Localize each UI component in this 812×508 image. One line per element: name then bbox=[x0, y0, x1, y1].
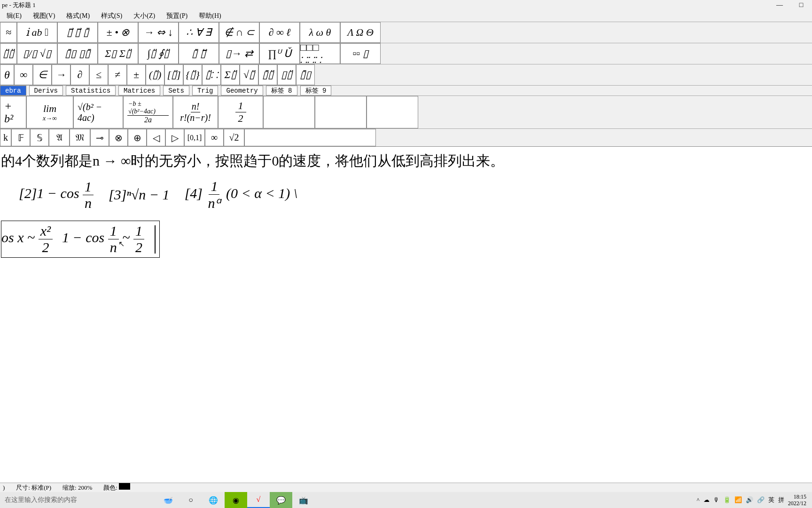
tab-algebra[interactable]: ebra bbox=[0, 86, 26, 95]
text-cursor bbox=[155, 225, 156, 254]
maximize-button[interactable]: □ bbox=[790, 0, 812, 10]
tab-sets[interactable]: Sets bbox=[163, 86, 189, 95]
tray-volume-icon[interactable]: 🔊 bbox=[746, 496, 753, 504]
menu-edit[interactable]: 辑(E) bbox=[1, 11, 27, 21]
btn-embellishments[interactable]: i̇ ab ∴ bbox=[17, 22, 57, 43]
btn-sqrt-template[interactable]: √▯̈ bbox=[240, 64, 258, 85]
status-size[interactable]: 尺寸: 标准(P) bbox=[16, 484, 51, 492]
tab-derivs[interactable]: Derivs bbox=[29, 86, 63, 95]
template-one-half[interactable]: 1 2 bbox=[218, 96, 263, 128]
tab-trig[interactable]: Trig bbox=[192, 86, 219, 95]
sym-fraktur-M[interactable]: 𝔐 bbox=[70, 129, 90, 146]
sym-F[interactable]: 𝔽 bbox=[11, 129, 30, 146]
btn-operators[interactable]: ± • ⊗ bbox=[98, 22, 138, 43]
taskbar-app-1[interactable]: 🥣 bbox=[157, 492, 180, 508]
sym-empty[interactable] bbox=[244, 129, 376, 146]
template-sqrt-discriminant[interactable]: √(b² − 4ac) bbox=[73, 96, 123, 128]
tab-statistics[interactable]: Statistics bbox=[66, 86, 116, 95]
btn-fractions-radicals[interactable]: ▯/▯ √▯ bbox=[17, 43, 57, 64]
btn-template-3[interactable]: ▯▯̈ bbox=[277, 64, 296, 85]
btn-sum-template[interactable]: Σ▯̈ bbox=[221, 64, 240, 85]
menu-style[interactable]: 样式(S) bbox=[95, 11, 128, 21]
sym-triangle-left[interactable]: ◁ bbox=[147, 129, 165, 146]
btn-matrices[interactable]: □□□ ⸬⸬⸬ bbox=[300, 43, 340, 64]
menu-view[interactable]: 视图(V) bbox=[27, 11, 61, 21]
btn-misc-symbols[interactable]: ∂ ∞ ℓ bbox=[259, 22, 300, 43]
tray-clock[interactable]: 18:15 2022/12 bbox=[788, 493, 806, 507]
btn-summation[interactable]: Σ▯ Σ▯̈ bbox=[98, 43, 138, 64]
tray-battery-icon[interactable]: 🔋 bbox=[723, 496, 731, 504]
btn-labeled-arrows[interactable]: ▯→ ⇄ bbox=[219, 43, 259, 64]
minimize-button[interactable]: — bbox=[769, 0, 790, 10]
btn-element-of[interactable]: ∈ bbox=[33, 64, 52, 85]
btn-greek-lower[interactable]: λ ω θ bbox=[300, 22, 340, 43]
taskbar-nvidia-icon[interactable]: ◉ bbox=[225, 492, 247, 508]
tab-geometry[interactable]: Geometry bbox=[221, 86, 263, 95]
taskbar-wechat-icon[interactable]: 💬 bbox=[270, 492, 292, 508]
menu-preset[interactable]: 预置(P) bbox=[161, 11, 193, 21]
btn-products[interactable]: ∏ᵁ Ǔ bbox=[259, 43, 300, 64]
btn-fences[interactable]: ▯̈▯̈ bbox=[0, 43, 17, 64]
taskbar-cortana-icon[interactable]: ○ bbox=[180, 492, 202, 508]
template-empty-2[interactable] bbox=[315, 96, 367, 128]
template-empty-1[interactable] bbox=[263, 96, 315, 128]
sym-infinity[interactable]: ∞ bbox=[205, 129, 224, 146]
tray-ime[interactable]: 英 bbox=[768, 496, 774, 504]
template-limit[interactable]: lim x→∞ bbox=[26, 96, 73, 128]
tray-link-icon[interactable]: 🔗 bbox=[757, 496, 765, 504]
tray-cloud-icon[interactable]: ☁ bbox=[703, 496, 710, 504]
btn-brackets[interactable]: [▯̈] bbox=[164, 64, 183, 85]
btn-greek-upper[interactable]: Λ Ω Θ bbox=[340, 22, 381, 43]
sym-fraktur-A[interactable]: 𝔄 bbox=[49, 129, 70, 146]
taskbar-search[interactable]: 在这里输入你搜索的内容 bbox=[2, 496, 77, 504]
btn-leq[interactable]: ≤ bbox=[89, 64, 108, 85]
template-empty-3[interactable] bbox=[367, 96, 418, 128]
sym-interval[interactable]: [0,1] bbox=[184, 129, 205, 146]
taskbar-app-3[interactable]: 📺 bbox=[292, 492, 315, 508]
sym-k[interactable]: k bbox=[0, 129, 11, 146]
menu-size[interactable]: 大小(Z) bbox=[128, 11, 161, 21]
tray-mic-icon[interactable]: 🎙 bbox=[713, 496, 719, 504]
btn-parentheses[interactable]: (▯̈) bbox=[146, 64, 164, 85]
btn-arrows[interactable]: → ⇔ ↓ bbox=[138, 22, 179, 43]
btn-relations[interactable]: ≈ bbox=[0, 22, 17, 43]
btn-template-1[interactable]: ▯̈⸬ bbox=[202, 64, 221, 85]
btn-set-theory[interactable]: ∉ ∩ ⊂ bbox=[219, 22, 259, 43]
btn-integrals[interactable]: ∫▯̈ ∮▯̈ bbox=[138, 43, 179, 64]
sym-multimap[interactable]: ⊸ bbox=[90, 129, 109, 146]
btn-arrow-right[interactable]: → bbox=[52, 64, 70, 85]
tray-up-icon[interactable]: ^ bbox=[697, 496, 700, 504]
sym-sqrt2[interactable]: √2 bbox=[224, 129, 244, 146]
btn-neq[interactable]: ≠ bbox=[108, 64, 127, 85]
tab-matrices[interactable]: Matrices bbox=[118, 86, 160, 95]
menu-help[interactable]: 帮助(H) bbox=[193, 11, 226, 21]
btn-template-4[interactable]: ▯̄▯ bbox=[296, 64, 315, 85]
sym-oplus[interactable]: ⊕ bbox=[128, 129, 147, 146]
sym-triangle-right[interactable]: ▷ bbox=[165, 129, 184, 146]
template-quadratic[interactable]: −b ± √(b²−4ac) 2a bbox=[123, 96, 173, 128]
btn-partial[interactable]: ∂ bbox=[70, 64, 89, 85]
btn-sub-super[interactable]: ▯̄▯ ▯▯̄ bbox=[57, 43, 98, 64]
taskbar-app-2[interactable]: 🌐 bbox=[202, 492, 225, 508]
btn-braces[interactable]: {▯̈} bbox=[183, 64, 202, 85]
tab-9[interactable]: 标签 9 bbox=[300, 86, 332, 95]
template-combinations[interactable]: n! r!(n−r)! bbox=[173, 96, 218, 128]
btn-logic[interactable]: ∴ ∀ ∃ bbox=[179, 22, 219, 43]
btn-vectors[interactable]: ▯⃗ ▯⃗ ▯̄ bbox=[57, 22, 98, 43]
status-color-swatch[interactable] bbox=[119, 483, 130, 490]
btn-template-2[interactable]: ▯̄▯̈ bbox=[258, 64, 277, 85]
btn-infinity[interactable]: ∞ bbox=[14, 64, 33, 85]
btn-plus-minus[interactable]: ± bbox=[127, 64, 146, 85]
btn-bars[interactable]: ▯̄ ▯⃡ bbox=[179, 43, 219, 64]
btn-boxes[interactable]: ▫▫ ▯ bbox=[340, 43, 381, 64]
template-binomial[interactable]: + b² bbox=[0, 96, 26, 128]
taskbar-mathtype-icon[interactable]: √ bbox=[247, 492, 270, 508]
status-zoom[interactable]: 缩放: 200% bbox=[62, 484, 92, 492]
menu-format[interactable]: 格式(M) bbox=[61, 11, 95, 21]
btn-theta[interactable]: θ bbox=[0, 64, 14, 85]
tab-8[interactable]: 标签 8 bbox=[266, 86, 297, 95]
tray-wifi-icon[interactable]: 📶 bbox=[734, 496, 742, 504]
sym-S[interactable]: 𝕊 bbox=[30, 129, 49, 146]
tray-pinyin[interactable]: 拼 bbox=[778, 496, 784, 504]
sym-otimes[interactable]: ⊗ bbox=[109, 129, 128, 146]
